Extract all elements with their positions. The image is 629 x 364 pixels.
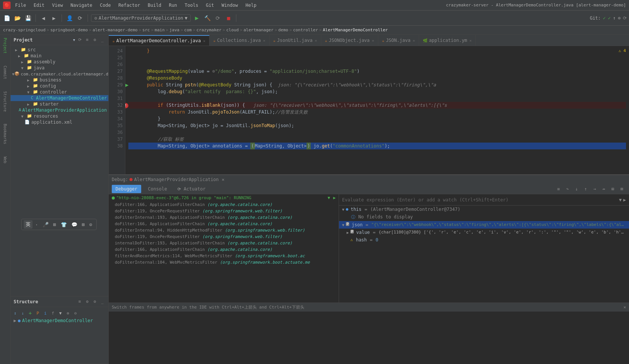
- debug-step-over[interactable]: ↷: [563, 185, 572, 193]
- debug-close-btn[interactable]: ✕: [222, 177, 224, 182]
- tab-jsonutil[interactable]: ☕ JsonUtil.java ✕: [270, 35, 321, 46]
- ime-keyboard-btn[interactable]: ⊞: [51, 221, 58, 228]
- bc-part-4[interactable]: src: [142, 28, 150, 32]
- back-btn[interactable]: ◀: [39, 14, 48, 23]
- menu-view[interactable]: View: [51, 2, 65, 9]
- tab-close-1[interactable]: ✕: [203, 39, 205, 43]
- debug-frame-9[interactable]: doFilterInternal:104, WebMvcMetricsFilte…: [109, 259, 339, 266]
- stop-btn[interactable]: ■: [224, 14, 233, 23]
- forward-btn[interactable]: ▶: [49, 14, 59, 23]
- tree-item-resources[interactable]: ▼ 📁 resources: [11, 113, 108, 119]
- ime-mic-btn[interactable]: 🎤: [41, 221, 51, 228]
- debug-tab-console[interactable]: Console: [144, 185, 171, 193]
- tree-item-business[interactable]: ▶ 📁 business: [11, 77, 108, 83]
- debug-restore[interactable]: ⊠: [618, 185, 626, 193]
- tree-item-config[interactable]: ▶ 📁 config: [11, 83, 108, 89]
- menu-navigate[interactable]: Navigate: [69, 2, 94, 9]
- bc-part-8[interactable]: crazymaker: [196, 28, 221, 32]
- eval-value-arrow[interactable]: ▶: [347, 230, 349, 235]
- project-sync-icon[interactable]: ⟳: [77, 37, 83, 43]
- bc-part-12[interactable]: controller: [293, 28, 318, 32]
- eval-entry-json[interactable]: ▼ P json = "{\"receiver\":\"webhook\",\"…: [339, 221, 629, 229]
- menu-git[interactable]: Git: [204, 2, 216, 9]
- debug-run-cursor[interactable]: ↛: [600, 185, 608, 193]
- bc-part-11[interactable]: demo: [278, 28, 288, 32]
- ime-chat-btn[interactable]: 💬: [69, 221, 79, 228]
- statusbar-close[interactable]: ✕: [623, 305, 626, 310]
- tab-jsonobject[interactable]: ☕ JSONObject.java ✕: [321, 35, 378, 46]
- eval-json-arrow[interactable]: ▼: [342, 223, 344, 227]
- tree-item-controller[interactable]: ▼ 📁 controller: [11, 89, 108, 95]
- debug-frame-7[interactable]: doFilter:166, ApplicationFilterChain (or…: [109, 246, 339, 253]
- new-file-btn[interactable]: 📄: [2, 14, 11, 23]
- debug-step-into[interactable]: ↓: [572, 185, 581, 193]
- tree-item-alertmanager-ctrl[interactable]: C AlertManagerDemoController: [11, 95, 108, 101]
- ime-grid-btn[interactable]: ⊞: [80, 221, 87, 228]
- sidebar-commit-icon[interactable]: Commit: [2, 64, 8, 81]
- struct-add-icon[interactable]: +: [27, 310, 33, 316]
- tab-close-5[interactable]: ✕: [413, 38, 415, 43]
- bc-part-10[interactable]: alertmanager: [244, 28, 273, 32]
- struct-field-icon[interactable]: f: [50, 310, 56, 316]
- eval-more-btn[interactable]: ▶: [623, 197, 626, 203]
- tab-json[interactable]: ☕ JSON.java ✕: [378, 35, 419, 46]
- eval-filter-btn[interactable]: ▼: [619, 197, 622, 203]
- structure-settings-icon[interactable]: ⚙: [92, 299, 98, 305]
- menu-run[interactable]: Run: [167, 2, 179, 9]
- debug-more[interactable]: ⊞: [609, 185, 617, 193]
- tree-item-app-xml[interactable]: 📄 application.xml: [11, 119, 108, 125]
- build-btn[interactable]: 🔨: [203, 14, 212, 23]
- code-editor[interactable]: 24 25 26 27 28 29 30 31 32 33 34 35 36 3…: [109, 46, 629, 174]
- tab-close-6[interactable]: ✕: [469, 38, 472, 43]
- debug-filter-btn[interactable]: ≡: [554, 185, 563, 193]
- debug-frame-0[interactable]: doFilter:166, ApplicationFilterChain (or…: [109, 201, 339, 208]
- menu-window[interactable]: Window: [220, 2, 239, 9]
- ime-emoji-btn[interactable]: 👕: [59, 221, 69, 228]
- tree-item-package[interactable]: ▼ 📦 com.crazymaker.cloud.alertmanager.de…: [11, 71, 108, 77]
- tree-item-app[interactable]: A AlertManagerProviderApplication: [11, 107, 108, 113]
- menu-file[interactable]: File: [14, 2, 28, 9]
- open-btn[interactable]: 📂: [13, 14, 22, 23]
- menu-help[interactable]: Help: [244, 2, 258, 9]
- bc-part-2[interactable]: springboot-demo: [50, 28, 88, 32]
- ime-lang-btn[interactable]: 英: [24, 220, 32, 229]
- tab-close-4[interactable]: ✕: [372, 38, 374, 43]
- project-settings-icon[interactable]: ⚙: [92, 37, 98, 43]
- bc-part-3[interactable]: alert-manager-demo: [92, 28, 137, 32]
- sidebar-project-icon[interactable]: Project: [2, 36, 8, 55]
- menu-bar[interactable]: File Edit View Navigate Code Refactor Bu…: [14, 2, 258, 9]
- bc-part-6[interactable]: java: [170, 28, 180, 32]
- menu-refactor[interactable]: Refactor: [117, 2, 142, 9]
- struct-expand-icon[interactable]: ⊕: [65, 310, 71, 316]
- reload-btn[interactable]: ⟳: [213, 14, 222, 23]
- debug-frame-6[interactable]: internalDoFilter:193, ApplicationFilterC…: [109, 240, 339, 246]
- save-btn[interactable]: 💾: [23, 14, 32, 23]
- tab-alertmanager-ctrl[interactable]: ☕ AlertManagerDemoController.java ✕: [109, 35, 210, 46]
- code-content[interactable]: ⚠ 4 } @RequestMapping(value = ⊙"/demo", …: [125, 46, 629, 174]
- thread-filter-btn[interactable]: ▼: [328, 195, 330, 200]
- refresh-btn[interactable]: ⟳: [76, 14, 85, 23]
- debug-frame-3[interactable]: doFilter:166, ApplicationFilterChain (or…: [109, 221, 339, 227]
- sidebar-bookmarks-icon[interactable]: Bookmarks: [2, 122, 8, 146]
- struct-filter-icon[interactable]: ▼: [57, 310, 63, 316]
- bc-part-1[interactable]: crazy-springcloud: [3, 28, 46, 32]
- debug-frame-8[interactable]: filterAndRecordMetrics:114, WebMvcMetric…: [109, 253, 339, 259]
- menu-tools[interactable]: Tools: [183, 2, 200, 9]
- ime-dot-btn[interactable]: ·: [33, 221, 40, 228]
- tab-close-2[interactable]: ✕: [263, 38, 265, 43]
- debug-frame-4[interactable]: doFilterInternal:94, HiddenHttpMethodFil…: [109, 227, 339, 233]
- struct-parent-icon[interactable]: P: [35, 310, 41, 316]
- user-btn[interactable]: 👤: [65, 14, 74, 23]
- tree-item-java[interactable]: ▼ 📁 java: [11, 65, 108, 71]
- debug-step-out[interactable]: ↑: [581, 185, 590, 193]
- eval-this-arrow[interactable]: ▼: [342, 207, 344, 212]
- tree-item-main[interactable]: ▶ 📁 main: [11, 53, 108, 59]
- run-btn[interactable]: ▶: [192, 14, 201, 23]
- debug-tab-actuator[interactable]: ⟳ Actuator: [174, 185, 209, 193]
- bc-part-7[interactable]: com: [184, 28, 192, 32]
- structure-class-item[interactable]: ▶ ● AlertManagerDemoController: [12, 318, 107, 324]
- tab-application-yml[interactable]: 🌿 application.ym ✕: [419, 35, 476, 46]
- bc-part-5[interactable]: main: [155, 28, 165, 32]
- debug-frame-2[interactable]: doFilterInternal:193, ApplicationFilterC…: [109, 214, 339, 221]
- tree-item-assembly[interactable]: ▶ 📁 assembly: [11, 59, 108, 65]
